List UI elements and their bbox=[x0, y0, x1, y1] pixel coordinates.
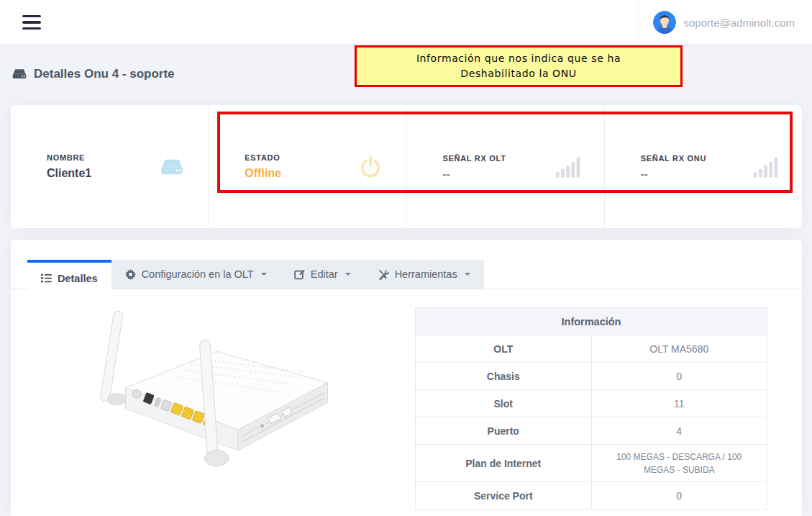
page-title: Detalles Onu 4 - soporte bbox=[34, 67, 175, 81]
row-label: Puerto bbox=[416, 417, 592, 445]
informacion-table: Información OLT OLT MA5680 Chasis 0 Slot… bbox=[415, 307, 767, 510]
tab-herramientas-label: Herramientas bbox=[395, 268, 457, 280]
chevron-down-icon bbox=[261, 273, 267, 276]
stat-nombre-label: NOMBRE bbox=[47, 153, 91, 162]
tab-herramientas[interactable]: Herramientas bbox=[365, 260, 484, 289]
row-label: OLT bbox=[416, 335, 592, 363]
table-row: Puerto 4 bbox=[416, 417, 767, 445]
table-row: OLT OLT MA5680 bbox=[416, 335, 767, 363]
row-value: 0 bbox=[591, 482, 767, 510]
table-row: Chasis 0 bbox=[416, 363, 767, 390]
tools-icon bbox=[378, 269, 389, 280]
gear-icon bbox=[125, 269, 136, 280]
tab-bar: Detalles Configuración en la OLT bbox=[11, 255, 802, 289]
tab-detalles-label: Detalles bbox=[58, 273, 98, 284]
signal-bars-icon bbox=[555, 154, 581, 180]
table-title: Información bbox=[416, 308, 767, 335]
top-bar: soporte@adminolt.com bbox=[0, 0, 812, 45]
row-label: Chasis bbox=[416, 363, 592, 390]
row-value: 100 MEGAS - DESCARGA / 100 MEGAS - SUBID… bbox=[591, 445, 767, 482]
stat-senal-rx-olt-label: SEÑAL RX OLT bbox=[443, 154, 506, 163]
stat-senal-rx-olt-value: -- bbox=[443, 168, 506, 180]
avatar bbox=[653, 11, 676, 34]
user-menu[interactable]: soporte@adminolt.com bbox=[638, 0, 799, 45]
stat-estado-label: ESTADO bbox=[245, 153, 281, 162]
stat-senal-rx-onu-value: -- bbox=[641, 168, 706, 180]
stat-estado-value: Offline bbox=[245, 167, 281, 180]
power-icon bbox=[357, 154, 383, 180]
tab-editar-label: Editar bbox=[311, 268, 338, 280]
onu-product-image bbox=[72, 304, 381, 511]
row-value: 11 bbox=[591, 390, 767, 417]
edit-icon bbox=[294, 269, 305, 280]
tab-configuracion-olt-label: Configuración en la OLT bbox=[142, 268, 254, 280]
stat-nombre: NOMBRE Cliente1 bbox=[11, 105, 208, 228]
chevron-down-icon bbox=[345, 273, 351, 276]
tab-detalles[interactable]: Detalles bbox=[27, 260, 111, 294]
row-label: Service Port bbox=[416, 482, 592, 510]
row-value: OLT MA5680 bbox=[591, 335, 767, 363]
user-email: soporte@adminolt.com bbox=[684, 17, 795, 29]
table-row: Slot 11 bbox=[416, 390, 767, 417]
row-value: 0 bbox=[591, 363, 767, 390]
signal-bars-icon bbox=[753, 154, 779, 180]
stat-senal-rx-onu-label: SEÑAL RX ONU bbox=[641, 154, 706, 163]
annotation-callout: Información que nos indica que se ha Des… bbox=[355, 45, 683, 87]
stat-nombre-value: Cliente1 bbox=[47, 167, 91, 180]
page-title-row: Detalles Onu 4 - soporte bbox=[12, 66, 175, 82]
list-icon bbox=[41, 273, 52, 284]
menu-hamburger-icon[interactable] bbox=[22, 15, 41, 30]
stat-estado: ESTADO Offline bbox=[208, 105, 406, 228]
annotation-line-1: Información que nos indica que se ha bbox=[416, 51, 621, 66]
onu-summary-card: NOMBRE Cliente1 ESTADO Offline SEÑAL RX bbox=[11, 105, 802, 228]
table-row: Service Port 0 bbox=[416, 482, 767, 510]
table-row: Plan de Internet 100 MEGAS - DESCARGA / … bbox=[416, 445, 767, 482]
hdd-icon bbox=[159, 154, 185, 180]
row-label: Slot bbox=[416, 390, 592, 417]
chevron-down-icon bbox=[465, 273, 470, 276]
stat-senal-rx-olt: SEÑAL RX OLT -- bbox=[406, 105, 604, 228]
annotation-line-2: Deshabilitado la ONU bbox=[460, 66, 576, 81]
table-header-row: Información bbox=[416, 308, 767, 335]
onu-device-icon bbox=[12, 66, 27, 82]
stat-senal-rx-onu: SEÑAL RX ONU -- bbox=[604, 105, 802, 228]
tab-configuracion-olt[interactable]: Configuración en la OLT bbox=[111, 260, 280, 289]
row-value: 4 bbox=[591, 417, 767, 445]
tab-editar[interactable]: Editar bbox=[280, 260, 365, 289]
row-label: Plan de Internet bbox=[416, 445, 592, 482]
